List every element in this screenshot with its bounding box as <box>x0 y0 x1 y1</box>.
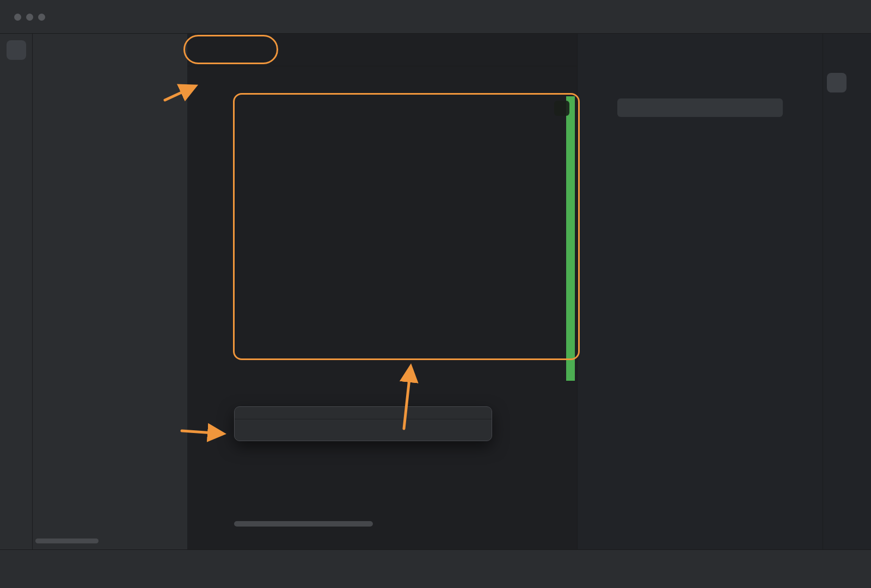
console-selector[interactable] <box>383 77 408 86</box>
parameters-button[interactable] <box>237 72 257 91</box>
close-window-button[interactable] <box>14 14 21 21</box>
pencil-icon <box>726 73 735 83</box>
query-console-icon <box>767 73 777 83</box>
git-branch-icon <box>10 513 23 526</box>
project-tree <box>33 64 187 65</box>
schema-icon <box>347 77 357 86</box>
more-run-actions-button[interactable] <box>698 0 713 34</box>
structure-icon <box>10 108 23 121</box>
terminal-tool-button[interactable] <box>7 445 26 465</box>
tab-setup-redis[interactable] <box>240 34 271 66</box>
search-everywhere-button[interactable] <box>799 0 813 34</box>
window-controls <box>14 0 45 34</box>
editor-horizontal-scrollbar[interactable] <box>234 521 373 527</box>
branch-widget[interactable] <box>221 0 246 34</box>
structure-tool-button[interactable] <box>7 104 26 124</box>
redis-icon <box>205 45 214 55</box>
chevron-right-icon <box>326 78 334 85</box>
more-tool-windows-button-right[interactable] <box>831 108 843 120</box>
warning-icon <box>10 481 23 494</box>
new-query-console-button[interactable] <box>764 70 780 86</box>
history-button[interactable] <box>218 72 237 91</box>
more-icon <box>10 140 23 153</box>
duplicate-button[interactable] <box>608 70 624 86</box>
stop-button[interactable] <box>277 72 296 91</box>
tabs-more-icon[interactable] <box>554 45 565 55</box>
redis-icon <box>248 45 258 55</box>
kebab-menu-icon <box>700 11 711 22</box>
project-tool-button[interactable] <box>7 40 26 60</box>
update-project-button[interactable] <box>292 0 306 34</box>
ide-window <box>0 0 871 588</box>
playground-selector[interactable] <box>302 78 313 85</box>
project-horizontal-scrollbar[interactable] <box>35 539 99 543</box>
filter-button[interactable] <box>784 70 801 86</box>
settings-button[interactable] <box>830 0 844 34</box>
table-icon <box>705 73 715 83</box>
project-switcher[interactable] <box>81 0 92 34</box>
project-panel-header[interactable] <box>33 34 187 64</box>
disconnect-button[interactable] <box>670 70 686 86</box>
debug-bug-icon <box>670 11 682 23</box>
right-strip-divider <box>823 34 823 549</box>
gear-icon <box>653 73 663 83</box>
parameters-icon <box>242 76 253 87</box>
edit-button[interactable] <box>722 70 739 86</box>
schema-selector[interactable] <box>347 77 372 86</box>
run-icon <box>203 76 213 87</box>
run-button[interactable] <box>642 0 657 34</box>
problems-tool-button[interactable] <box>7 478 26 497</box>
tab-console[interactable] <box>196 34 240 66</box>
detach-button[interactable] <box>743 70 759 86</box>
chevron-right-icon[interactable] <box>586 104 594 112</box>
chevron-down-icon <box>305 78 313 85</box>
run-statement-button[interactable] <box>198 72 218 91</box>
debug-button[interactable] <box>669 0 683 34</box>
database-icon <box>10 385 23 398</box>
statement-success-icon <box>554 101 569 116</box>
refresh-button[interactable] <box>629 70 645 86</box>
zoom-window-button[interactable] <box>38 14 45 21</box>
refresh-icon <box>632 73 642 83</box>
database-tree-row-redis[interactable] <box>578 98 871 117</box>
execution-marker-strip <box>566 96 575 381</box>
disconnect-database-icon <box>673 73 683 83</box>
chevron-down-icon <box>400 78 408 85</box>
run-config-icon <box>516 12 526 22</box>
customize-link[interactable] <box>235 419 492 441</box>
add-user-icon <box>768 10 781 23</box>
notifications-button[interactable] <box>830 44 843 57</box>
search-icon <box>799 10 812 23</box>
copy-icon <box>611 73 621 83</box>
add-data-source-button[interactable] <box>587 70 604 86</box>
chevron-down-icon <box>84 13 92 21</box>
data-source-settings-button[interactable] <box>649 70 666 86</box>
code-with-me-button[interactable] <box>767 0 781 34</box>
table-view-button[interactable] <box>702 70 718 86</box>
commit-icon <box>10 76 23 89</box>
commit-tool-button[interactable] <box>7 72 26 92</box>
bell-icon <box>830 44 843 57</box>
minimize-window-button[interactable] <box>26 14 33 21</box>
console-toolbar <box>187 66 577 96</box>
history-clock-icon <box>222 76 233 87</box>
lock-icon[interactable] <box>834 561 843 570</box>
run-config-selector[interactable] <box>516 0 541 34</box>
check-icon <box>557 103 567 113</box>
services-tool-button[interactable] <box>7 413 26 433</box>
code-editor[interactable] <box>187 96 577 549</box>
database-panel <box>577 34 871 549</box>
data-source-meta <box>617 98 783 117</box>
statements-popup <box>234 406 492 441</box>
chevron-down-icon <box>52 45 60 53</box>
version-control-tool-button[interactable] <box>7 510 26 529</box>
git-branch-icon <box>221 12 231 22</box>
update-project-icon <box>293 11 305 23</box>
console-settings-button[interactable] <box>257 72 277 91</box>
more-tool-windows-button[interactable] <box>7 137 26 156</box>
close-tab-icon[interactable] <box>223 46 231 54</box>
statusbar <box>0 549 871 588</box>
database-tool-button[interactable] <box>7 381 26 401</box>
database-tool-button-right[interactable] <box>827 73 847 92</box>
push-button[interactable] <box>324 0 338 34</box>
